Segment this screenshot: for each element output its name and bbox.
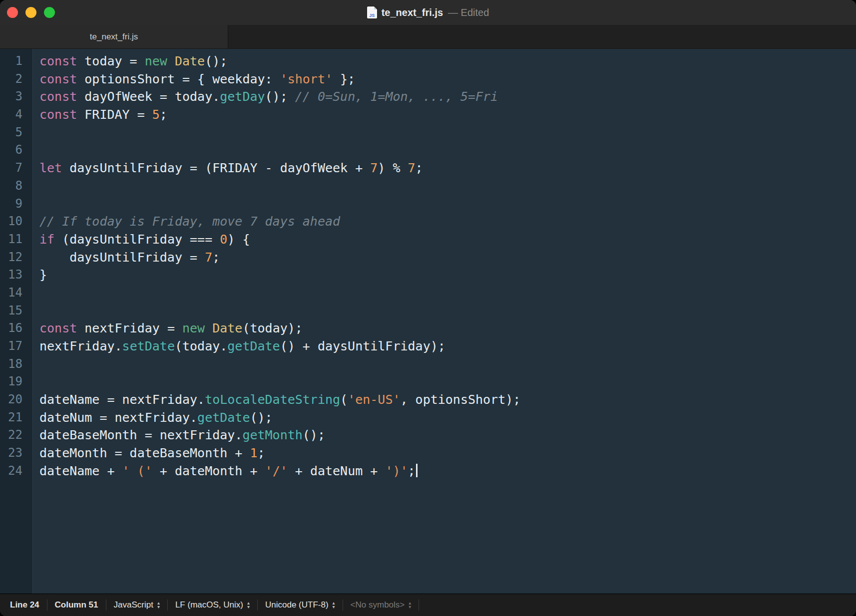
chevron-updown-icon: ▴▾ <box>157 601 160 609</box>
code-text: if (daysUntilFriday === 0) { <box>32 231 250 249</box>
line-number: 11 <box>0 231 32 249</box>
code-text: const today = new Date(); <box>32 52 227 70</box>
line-number: 24 <box>0 462 32 480</box>
code-text <box>32 355 39 373</box>
code-line: 1const today = new Date(); <box>0 52 856 70</box>
status-separator <box>343 600 343 611</box>
code-text <box>32 373 39 391</box>
code-line: 16const nextFriday = new Date(today); <box>0 319 856 337</box>
chevron-updown-icon: ▴▾ <box>333 601 335 609</box>
status-separator <box>419 600 419 611</box>
document-icon: JS <box>367 6 377 18</box>
line-number: 15 <box>0 302 32 320</box>
code-text: const FRIDAY = 5; <box>32 106 167 124</box>
line-number: 10 <box>0 213 32 231</box>
line-number: 13 <box>0 266 32 284</box>
code-text <box>32 177 39 195</box>
line-number: 6 <box>0 141 32 159</box>
line-number: 17 <box>0 337 32 355</box>
code-line: 10// If today is Friday, move 7 days ahe… <box>0 213 856 231</box>
edited-indicator: — Edited <box>448 7 489 18</box>
syntax-popup[interactable]: JavaScript ▴▾ <box>114 600 160 610</box>
text-cursor <box>416 464 418 477</box>
tab-label: te_next_fri.js <box>90 32 138 42</box>
title-bar: JS te_next_fri.js — Edited <box>0 0 856 25</box>
code-line: 19 <box>0 373 856 391</box>
code-text: let daysUntilFriday = (FRIDAY - dayOfWee… <box>32 159 423 177</box>
code-text: dateBaseMonth = nextFriday.getMonth(); <box>32 426 325 444</box>
code-line: 24dateName + ' (' + dateMonth + '/' + da… <box>0 462 856 480</box>
line-number: 4 <box>0 106 32 124</box>
code-text: const nextFriday = new Date(today); <box>32 319 303 337</box>
encoding-popup[interactable]: Unicode (UTF-8) ▴▾ <box>265 600 335 610</box>
code-line: 4const FRIDAY = 5; <box>0 106 856 124</box>
code-line: 15 <box>0 302 856 320</box>
line-number: 12 <box>0 249 32 267</box>
status-separator <box>47 600 47 611</box>
symbols-popup[interactable]: <No symbols> ▴▾ <box>351 600 412 610</box>
status-column-indicator: Column 51 <box>55 600 98 610</box>
code-editor[interactable]: 1const today = new Date();2const options… <box>0 49 856 594</box>
tab-bar-empty-area <box>228 25 856 48</box>
document-title: te_next_fri.js <box>382 7 443 18</box>
code-text: nextFriday.setDate(today.getDate() + day… <box>32 337 445 355</box>
line-number: 16 <box>0 319 32 337</box>
code-lines: 1const today = new Date();2const options… <box>0 49 856 480</box>
status-line-indicator: Line 24 <box>10 600 39 610</box>
line-number: 23 <box>0 444 32 462</box>
code-text: } <box>32 266 47 284</box>
tab-te-next-fri[interactable]: te_next_fri.js <box>0 25 228 48</box>
code-line: 23dateMonth = dateBaseMonth + 1; <box>0 444 856 462</box>
code-line: 5 <box>0 124 856 142</box>
line-number: 5 <box>0 124 32 142</box>
line-number: 19 <box>0 373 32 391</box>
minimize-button[interactable] <box>25 7 36 18</box>
code-line: 2const optionsShort = { weekday: 'short'… <box>0 70 856 88</box>
code-line: 14 <box>0 284 856 302</box>
line-number: 18 <box>0 355 32 373</box>
code-line: 20dateName = nextFriday.toLocaleDateStri… <box>0 391 856 409</box>
status-separator <box>167 600 168 611</box>
line-number: 9 <box>0 195 32 213</box>
chevron-updown-icon: ▴▾ <box>409 601 411 609</box>
code-line: 12 daysUntilFriday = 7; <box>0 249 856 267</box>
line-number: 7 <box>0 159 32 177</box>
code-line: 13} <box>0 266 856 284</box>
code-text: daysUntilFriday = 7; <box>32 249 220 267</box>
line-endings-popup[interactable]: LF (macOS, Unix) ▴▾ <box>175 600 250 610</box>
code-text <box>32 284 39 302</box>
status-separator <box>106 600 106 611</box>
close-button[interactable] <box>7 7 18 18</box>
code-text <box>32 302 39 320</box>
line-number: 14 <box>0 284 32 302</box>
code-text <box>32 141 39 159</box>
code-text: dateNum = nextFriday.getDate(); <box>32 409 273 427</box>
code-line: 21dateNum = nextFriday.getDate(); <box>0 409 856 427</box>
line-number: 3 <box>0 88 32 106</box>
tab-bar: te_next_fri.js <box>0 25 856 49</box>
code-text: dateMonth = dateBaseMonth + 1; <box>32 444 265 462</box>
code-text: // If today is Friday, move 7 days ahead <box>32 213 340 231</box>
code-line: 8 <box>0 177 856 195</box>
code-line: 17nextFriday.setDate(today.getDate() + d… <box>0 337 856 355</box>
code-text: const optionsShort = { weekday: 'short' … <box>32 70 355 88</box>
window-title: JS te_next_fri.js — Edited <box>367 6 489 18</box>
zoom-button[interactable] <box>44 7 55 18</box>
code-text: dateName + ' (' + dateMonth + '/' + date… <box>32 462 418 480</box>
status-bar: Line 24 Column 51 JavaScript ▴▾ LF (macO… <box>0 594 856 616</box>
line-number: 22 <box>0 426 32 444</box>
line-number: 2 <box>0 70 32 88</box>
editor-window: JS te_next_fri.js — Edited te_next_fri.j… <box>0 0 856 616</box>
code-line: 11if (daysUntilFriday === 0) { <box>0 231 856 249</box>
code-line: 3const dayOfWeek = today.getDay(); // 0=… <box>0 88 856 106</box>
code-text <box>32 124 39 142</box>
line-number: 21 <box>0 409 32 427</box>
code-line: 9 <box>0 195 856 213</box>
code-text <box>32 195 39 213</box>
window-controls <box>0 0 55 25</box>
chevron-updown-icon: ▴▾ <box>247 601 250 609</box>
code-line: 7let daysUntilFriday = (FRIDAY - dayOfWe… <box>0 159 856 177</box>
status-separator <box>257 600 258 611</box>
line-number: 20 <box>0 391 32 409</box>
code-text: const dayOfWeek = today.getDay(); // 0=S… <box>32 88 498 106</box>
